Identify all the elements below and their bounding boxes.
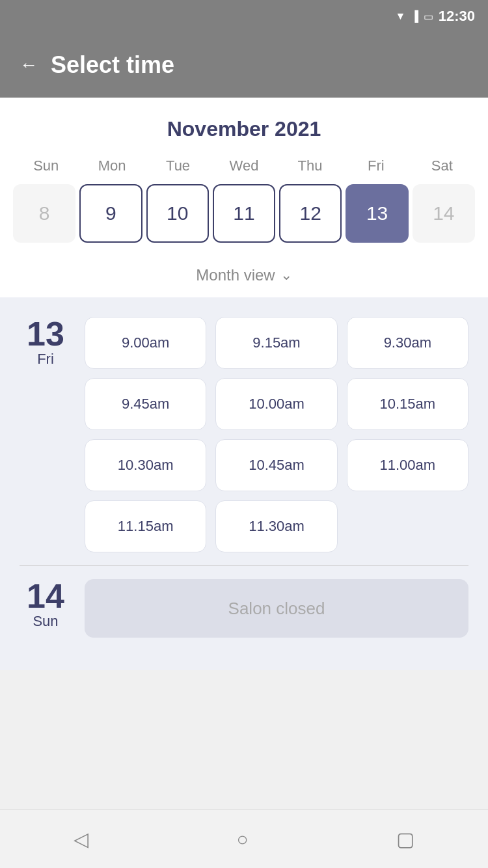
- day-label-13: 13 Fri: [20, 317, 72, 368]
- signal-icon: ▐: [411, 10, 418, 22]
- status-icons: ▼ ▐ ▭ 12:30: [396, 8, 475, 25]
- month-view-label: Month view: [196, 266, 275, 284]
- slot-915am[interactable]: 9.15am: [215, 317, 337, 369]
- status-time: 12:30: [439, 8, 475, 25]
- salon-closed-box: Salon closed: [85, 579, 468, 638]
- day-cell-11[interactable]: 11: [213, 184, 275, 243]
- day-cell-12[interactable]: 12: [279, 184, 342, 243]
- slot-930am[interactable]: 9.30am: [347, 317, 468, 369]
- weekdays-row: Sun Mon Tue Wed Thu Fri Sat: [13, 154, 475, 178]
- nav-recent-icon[interactable]: ▢: [396, 828, 414, 850]
- day-cell-8[interactable]: 8: [13, 184, 75, 243]
- day-block-13: 13 Fri 9.00am 9.15am 9.30am 9.45am 10.00…: [20, 317, 468, 552]
- nav-bar: ◁ ○ ▢: [0, 809, 488, 868]
- page-title: Select time: [51, 51, 174, 79]
- status-bar: ▼ ▐ ▭ 12:30: [0, 0, 488, 33]
- slot-1100am[interactable]: 11.00am: [347, 439, 468, 491]
- days-row: 8 9 10 11 12 13 14: [13, 184, 475, 243]
- slot-900am[interactable]: 9.00am: [85, 317, 206, 369]
- calendar-section: November 2021 Sun Mon Tue Wed Thu Fri Sa…: [0, 98, 488, 297]
- wifi-icon: ▼: [396, 10, 406, 22]
- month-view-toggle[interactable]: Month view ⌄: [13, 256, 475, 297]
- weekday-sun: Sun: [13, 154, 79, 178]
- slot-1115am[interactable]: 11.15am: [85, 500, 206, 552]
- day-cell-14[interactable]: 14: [413, 184, 475, 243]
- day-block-14: 14 Sun Salon closed: [20, 579, 468, 638]
- salon-closed-text: Salon closed: [228, 599, 325, 619]
- divider: [20, 565, 468, 566]
- day-number-13: 13: [20, 317, 72, 351]
- day-cell-9[interactable]: 9: [79, 184, 142, 243]
- weekday-sat: Sat: [409, 154, 475, 178]
- day-name-fri: Fri: [20, 351, 72, 368]
- day-name-sun: Sun: [20, 613, 72, 630]
- header: ← Select time: [0, 33, 488, 98]
- nav-home-icon[interactable]: ○: [236, 828, 248, 850]
- chevron-down-icon: ⌄: [280, 267, 292, 284]
- day-number-14: 14: [20, 579, 72, 613]
- slot-1045am[interactable]: 10.45am: [215, 439, 337, 491]
- slot-945am[interactable]: 9.45am: [85, 378, 206, 430]
- slots-grid-13: 9.00am 9.15am 9.30am 9.45am 10.00am 10.1…: [85, 317, 468, 552]
- slot-1015am[interactable]: 10.15am: [347, 378, 468, 430]
- weekday-fri: Fri: [343, 154, 409, 178]
- timeslots-section: 13 Fri 9.00am 9.15am 9.30am 9.45am 10.00…: [0, 297, 488, 670]
- weekday-tue: Tue: [145, 154, 211, 178]
- slot-1000am[interactable]: 10.00am: [215, 378, 337, 430]
- day-cell-13[interactable]: 13: [346, 184, 408, 243]
- battery-icon: ▭: [424, 10, 433, 23]
- weekday-thu: Thu: [277, 154, 343, 178]
- weekday-mon: Mon: [79, 154, 144, 178]
- day-label-14: 14 Sun: [20, 579, 72, 630]
- month-year-label: November 2021: [13, 117, 475, 141]
- day-cell-10[interactable]: 10: [146, 184, 209, 243]
- slot-1130am[interactable]: 11.30am: [215, 500, 337, 552]
- nav-back-icon[interactable]: ◁: [74, 828, 88, 850]
- slot-1030am[interactable]: 10.30am: [85, 439, 206, 491]
- weekday-wed: Wed: [211, 154, 277, 178]
- back-button[interactable]: ←: [20, 55, 38, 75]
